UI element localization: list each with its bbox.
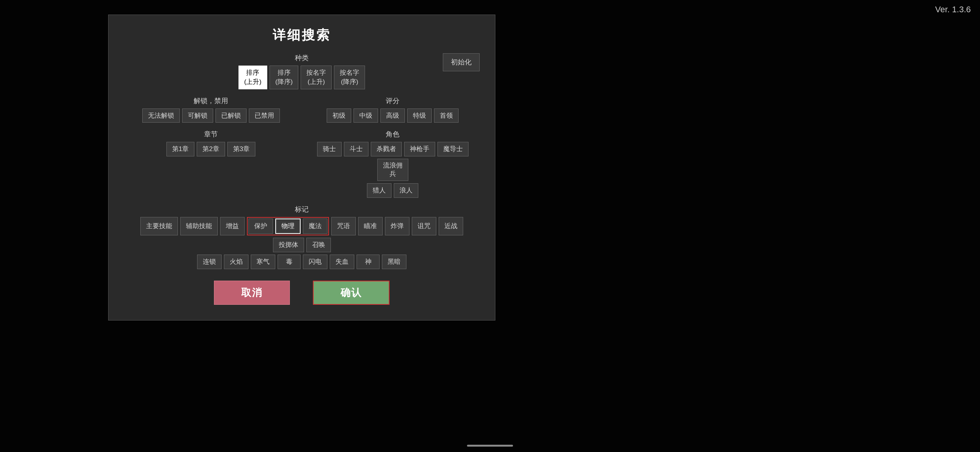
character-row1: 骑士 斗士 杀戮者 神枪手 魔导士 流浪佣兵 — [306, 142, 480, 181]
tags-section: 标记 主要技能 辅助技能 增益 保护 物理 魔法 咒语 瞄准 炸弹 诅咒 近战 … — [124, 205, 480, 269]
tag-btn-lightning[interactable]: 闪电 — [303, 255, 327, 269]
sort-btn-1[interactable]: 排序(降序) — [270, 66, 298, 89]
tag-btn-curse[interactable]: 诅咒 — [412, 217, 436, 235]
search-dialog: 详细搜索 种类 排序(上升) 排序(降序) 按名字(上升) 按名字(降序) 初始… — [108, 15, 495, 321]
chapter-section: 章节 第1章 第2章 第3章 — [124, 130, 298, 156]
init-button-wrap: 初始化 — [443, 53, 480, 71]
sort-buttons: 排序(上升) 排序(降序) 按名字(上升) 按名字(降序) — [124, 66, 480, 89]
right-col: 评分 初级 中级 高级 特级 首领 角色 骑士 斗士 杀戮者 神枪手 魔导士 — [306, 96, 480, 205]
tags-row1: 主要技能 辅助技能 增益 保护 物理 魔法 咒语 瞄准 炸弹 诅咒 近战 投掷体… — [124, 217, 480, 252]
tag-btn-chain[interactable]: 连锁 — [197, 255, 222, 269]
unlock-buttons: 无法解锁 可解锁 已解锁 已禁用 — [124, 108, 298, 123]
rating-section: 评分 初级 中级 高级 特级 首领 — [306, 96, 480, 123]
tags-row2: 连锁 火焰 寒气 毒 闪电 失血 神 黑暗 — [124, 255, 480, 269]
chapter-btn-0[interactable]: 第1章 — [166, 142, 194, 156]
tag-btn-magic[interactable]: 魔法 — [303, 219, 327, 234]
tag-btn-aim[interactable]: 瞄准 — [358, 217, 383, 235]
rating-btn-3[interactable]: 特级 — [407, 108, 432, 123]
character-label: 角色 — [306, 130, 480, 139]
chapter-buttons: 第1章 第2章 第3章 — [124, 142, 298, 156]
confirm-button[interactable]: 确认 — [313, 281, 390, 305]
tag-btn-fire[interactable]: 火焰 — [224, 255, 248, 269]
rating-btn-0[interactable]: 初级 — [327, 108, 351, 123]
footer-buttons: 取消 确认 — [124, 281, 480, 305]
tag-btn-cold[interactable]: 寒气 — [251, 255, 275, 269]
unlock-label: 解锁，禁用 — [124, 96, 298, 105]
tag-btn-summon[interactable]: 召唤 — [306, 238, 331, 252]
sort-btn-3[interactable]: 按名字(降序) — [334, 66, 365, 89]
tag-btn-bleed[interactable]: 失血 — [330, 255, 354, 269]
sort-btn-0[interactable]: 排序(上升) — [238, 66, 267, 89]
middle-section: 解锁，禁用 无法解锁 可解锁 已解锁 已禁用 章节 第1章 第2章 第3章 — [124, 96, 480, 205]
tag-btn-buff[interactable]: 增益 — [220, 217, 245, 235]
char-btn-1[interactable]: 斗士 — [344, 142, 368, 156]
character-section: 角色 骑士 斗士 杀戮者 神枪手 魔导士 流浪佣兵 猎人 浪人 — [306, 130, 480, 198]
char-btn-6[interactable]: 猎人 — [367, 183, 391, 198]
char-btn-4[interactable]: 魔导士 — [437, 142, 469, 156]
tag-btn-throw[interactable]: 投掷体 — [273, 238, 304, 252]
char-btn-0[interactable]: 骑士 — [317, 142, 342, 156]
left-col: 解锁，禁用 无法解锁 可解锁 已解锁 已禁用 章节 第1章 第2章 第3章 — [124, 96, 298, 205]
char-btn-2[interactable]: 杀戮者 — [371, 142, 402, 156]
sort-label: 种类 — [124, 53, 480, 62]
chapter-btn-1[interactable]: 第2章 — [197, 142, 225, 156]
init-button[interactable]: 初始化 — [443, 53, 480, 71]
dialog-title: 详细搜索 — [124, 26, 480, 44]
sort-section: 种类 排序(上升) 排序(降序) 按名字(上升) 按名字(降序) 初始化 — [124, 53, 480, 89]
tag-btn-protect[interactable]: 保护 — [248, 219, 273, 234]
unlock-btn-3[interactable]: 已禁用 — [249, 108, 280, 123]
tag-btn-dark[interactable]: 黑暗 — [382, 255, 406, 269]
sort-btn-2[interactable]: 按名字(上升) — [301, 66, 332, 89]
cancel-button[interactable]: 取消 — [214, 281, 290, 305]
tag-btn-divine[interactable]: 神 — [357, 255, 380, 269]
character-row2: 猎人 浪人 — [306, 183, 480, 198]
rating-btn-4[interactable]: 首领 — [434, 108, 459, 123]
rating-btn-1[interactable]: 中级 — [354, 108, 378, 123]
unlock-btn-0[interactable]: 无法解锁 — [142, 108, 180, 123]
rating-label: 评分 — [306, 96, 480, 105]
tags-label: 标记 — [124, 205, 480, 214]
chapter-btn-2[interactable]: 第3章 — [227, 142, 255, 156]
unlock-section: 解锁，禁用 无法解锁 可解锁 已解锁 已禁用 — [124, 96, 298, 123]
tag-btn-physical[interactable]: 物理 — [275, 219, 301, 234]
tag-btn-main[interactable]: 主要技能 — [140, 217, 178, 235]
version-label: Ver. 1.3.6 — [935, 5, 971, 15]
chapter-label: 章节 — [124, 130, 298, 139]
scrollbar-indicator — [467, 445, 513, 447]
tag-btn-melee[interactable]: 近战 — [439, 217, 463, 235]
char-btn-5[interactable]: 流浪佣兵 — [377, 159, 408, 181]
unlock-btn-1[interactable]: 可解锁 — [182, 108, 213, 123]
rating-btn-2[interactable]: 高级 — [380, 108, 405, 123]
unlock-btn-2[interactable]: 已解锁 — [215, 108, 247, 123]
tag-btn-sub[interactable]: 辅助技能 — [180, 217, 218, 235]
tag-btn-poison[interactable]: 毒 — [278, 255, 301, 269]
rating-buttons: 初级 中级 高级 特级 首领 — [306, 108, 480, 123]
tag-btn-spell[interactable]: 咒语 — [331, 217, 356, 235]
char-btn-3[interactable]: 神枪手 — [404, 142, 435, 156]
char-btn-7[interactable]: 浪人 — [394, 183, 418, 198]
tag-btn-bomb[interactable]: 炸弹 — [385, 217, 409, 235]
